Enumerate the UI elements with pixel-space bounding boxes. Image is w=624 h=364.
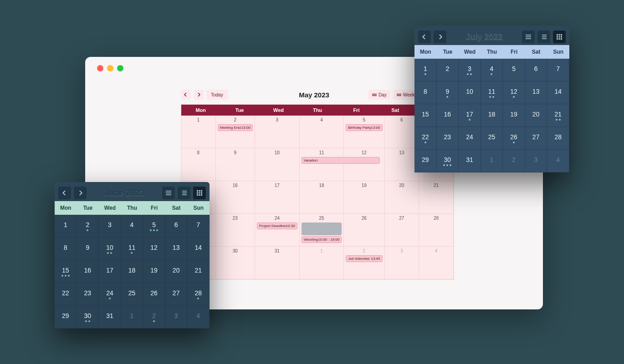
day-cell[interactable]: 13 xyxy=(385,148,419,181)
mini-day-cell[interactable]: 11 xyxy=(481,81,503,104)
mini-next-button[interactable] xyxy=(434,30,446,43)
mini-day-cell[interactable]: 16 xyxy=(77,260,99,283)
mini-day-cell[interactable]: 7 xyxy=(187,215,210,238)
day-cell[interactable]: 24Project Deadline10:30 xyxy=(255,214,300,247)
mini-day-cell[interactable]: 17 xyxy=(99,260,121,283)
mini-day-cell[interactable]: 2 xyxy=(143,306,165,329)
mini-day-cell[interactable]: 24 xyxy=(459,127,481,150)
calendar-event[interactable] xyxy=(302,222,342,235)
mini-day-cell[interactable]: 1 xyxy=(55,215,77,238)
mini-day-cell[interactable]: 12 xyxy=(143,238,165,260)
prev-month-button[interactable] xyxy=(181,90,191,100)
day-cell[interactable]: 26 xyxy=(344,214,384,247)
day-cell[interactable]: 1 xyxy=(181,116,216,148)
mini-day-cell[interactable]: 18 xyxy=(121,260,143,283)
calendar-event[interactable]: Wedding10:00 - 18:00 xyxy=(302,236,342,243)
day-cell[interactable]: 28 xyxy=(419,214,454,247)
day-cell[interactable]: 12 xyxy=(344,148,384,181)
mini-day-cell[interactable]: 6 xyxy=(165,215,188,238)
mini-day-cell[interactable]: 1 xyxy=(414,59,437,81)
mini-day-cell[interactable]: 28 xyxy=(547,127,569,150)
mini-day-cell[interactable]: 13 xyxy=(165,238,188,260)
mini-day-cell[interactable]: 22 xyxy=(414,127,437,150)
mini-day-cell[interactable]: 2 xyxy=(437,59,459,81)
mini-next-button[interactable] xyxy=(74,187,87,199)
mini-day-cell[interactable]: 2 xyxy=(77,215,99,238)
window-maximize-icon[interactable] xyxy=(117,65,123,71)
mini-day-cell[interactable]: 21 xyxy=(187,260,210,283)
mini-day-cell[interactable]: 16 xyxy=(437,104,459,127)
calendar-event[interactable]: Project Deadline10:30 xyxy=(257,222,297,229)
mini-day-cell[interactable]: 31 xyxy=(99,306,121,329)
mini-day-cell[interactable]: 25 xyxy=(121,283,143,306)
mini-day-cell[interactable]: 27 xyxy=(525,127,547,150)
mini-day-cell[interactable]: 18 xyxy=(481,104,503,127)
next-month-button[interactable] xyxy=(194,90,204,100)
day-cell[interactable]: 19 xyxy=(344,181,384,214)
window-close-icon[interactable] xyxy=(97,65,103,71)
mini-day-cell[interactable]: 19 xyxy=(143,260,165,283)
day-cell[interactable]: 30 xyxy=(216,247,255,279)
mini-day-cell[interactable]: 4 xyxy=(481,59,503,81)
day-cell[interactable]: 1 xyxy=(300,247,344,279)
mini-day-cell[interactable]: 30 xyxy=(437,150,459,172)
mini-prev-button[interactable] xyxy=(58,187,71,199)
day-cell[interactable]: 8 xyxy=(181,148,216,181)
mini-day-cell[interactable]: 9 xyxy=(77,238,99,260)
mini-day-cell[interactable]: 22 xyxy=(55,283,77,306)
mini-day-cell[interactable]: 3 xyxy=(525,150,547,172)
day-cell[interactable]: 21 xyxy=(419,181,454,214)
window-minimize-icon[interactable] xyxy=(107,65,113,71)
day-cell[interactable]: 20 xyxy=(385,181,419,214)
day-cell[interactable]: 5Birthday Party13:00 xyxy=(344,116,384,148)
mini-day-cell[interactable]: 26 xyxy=(143,283,165,306)
mini-day-cell[interactable]: 26 xyxy=(503,127,525,150)
mini-day-cell[interactable]: 6 xyxy=(525,59,547,81)
mini-prev-button[interactable] xyxy=(418,30,431,43)
mini-day-cell[interactable]: 20 xyxy=(525,104,547,127)
mini-day-cell[interactable]: 31 xyxy=(459,150,481,172)
mini-day-cell[interactable]: 5 xyxy=(503,59,525,81)
mini-day-cell[interactable]: 23 xyxy=(77,283,99,306)
calendar-event[interactable]: Vacation xyxy=(302,157,380,164)
day-cell[interactable]: 3 xyxy=(385,247,419,279)
mini-day-cell[interactable]: 1 xyxy=(481,150,503,172)
calendar-event[interactable]: Meeting Erez13:00 xyxy=(218,124,253,131)
day-cell[interactable]: 3 xyxy=(255,116,300,148)
mini-day-cell[interactable]: 29 xyxy=(55,306,77,329)
mini-day-cell[interactable]: 15 xyxy=(414,104,437,127)
mini-day-cell[interactable]: 10 xyxy=(99,238,121,260)
day-cell[interactable]: 9 xyxy=(216,148,255,181)
mini-day-cell[interactable]: 4 xyxy=(547,150,569,172)
day-cell[interactable]: 2Job Interview13:45 xyxy=(344,247,384,279)
day-cell[interactable]: 16 xyxy=(216,181,255,214)
mini-day-cell[interactable]: 5 xyxy=(143,215,165,238)
mini-day-cell[interactable]: 21 xyxy=(547,104,569,127)
mini-day-cell[interactable]: 27 xyxy=(165,283,188,306)
day-cell[interactable]: 2Meeting Erez13:00 xyxy=(216,116,255,148)
mini-day-cell[interactable]: 10 xyxy=(459,81,481,104)
mini-day-cell[interactable]: 23 xyxy=(437,127,459,150)
mini-day-cell[interactable]: 28 xyxy=(187,283,210,306)
mini-day-cell[interactable]: 3 xyxy=(99,215,121,238)
mini-day-cell[interactable]: 3 xyxy=(459,59,481,81)
day-cell[interactable]: 23 xyxy=(216,214,255,247)
day-cell[interactable]: 31 xyxy=(255,247,300,279)
calendar-event[interactable]: Birthday Party13:00 xyxy=(346,124,382,131)
mini-view-list-button[interactable] xyxy=(522,30,535,43)
mini-day-cell[interactable]: 3 xyxy=(165,306,188,329)
mini-view-agenda-button[interactable] xyxy=(178,187,190,199)
today-button[interactable]: Today xyxy=(206,90,228,100)
mini-view-list-button[interactable] xyxy=(162,187,175,199)
day-cell[interactable]: 6 xyxy=(385,116,419,148)
mini-day-cell[interactable]: 14 xyxy=(547,81,569,104)
day-cell[interactable]: 25Wedding10:00 - 18:00 xyxy=(300,214,344,247)
day-cell[interactable]: 10 xyxy=(255,148,300,181)
mini-day-cell[interactable]: 9 xyxy=(437,81,459,104)
mini-day-cell[interactable]: 4 xyxy=(121,215,143,238)
mini-day-cell[interactable]: 8 xyxy=(55,238,77,260)
mini-day-cell[interactable]: 29 xyxy=(414,150,437,172)
mini-day-cell[interactable]: 17 xyxy=(459,104,481,127)
mini-day-cell[interactable]: 25 xyxy=(481,127,503,150)
mini-day-cell[interactable]: 30 xyxy=(77,306,99,329)
